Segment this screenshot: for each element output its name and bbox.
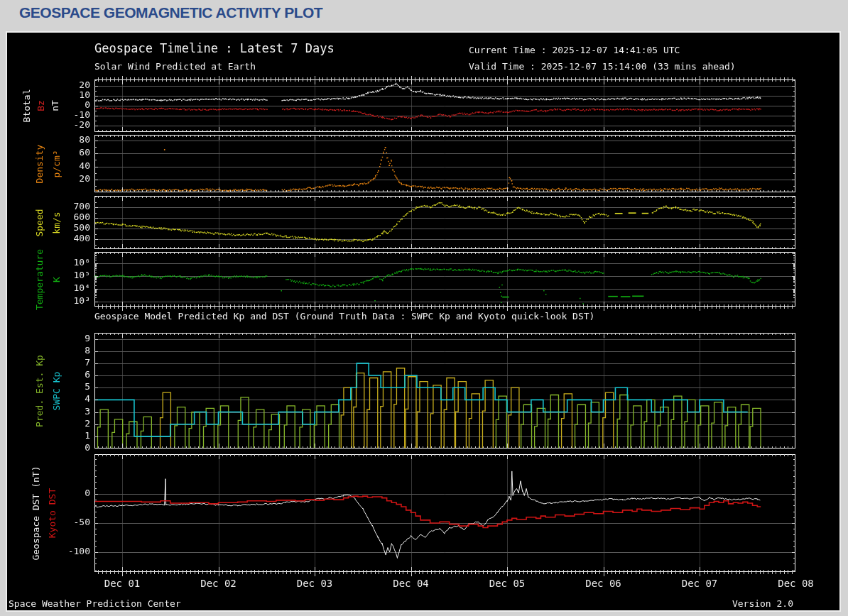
page: GEOSPACE GEOMAGNETIC ACTIVITY PLOT Geosp… <box>0 0 848 616</box>
y-tick-label: 10⁶ <box>46 257 90 268</box>
axis-label-speed: km/s <box>51 211 62 233</box>
plot-panel: Geospace Timeline : Latest 7 Days Curren… <box>6 31 841 612</box>
x-tick-label: Dec 07 <box>668 578 732 589</box>
x-tick-label: Dec 05 <box>475 578 539 589</box>
axis-label-dst: Geospace DST (nT) <box>31 466 41 560</box>
y-tick-label: 9 <box>46 333 90 343</box>
y-tick-label: 20 <box>46 79 90 90</box>
axis-label-speed: Speed <box>34 209 45 236</box>
section1-title: Solar Wind Predicted at Earth <box>94 61 256 72</box>
y-tick-label: 10⁴ <box>46 282 90 293</box>
axis-label-dst: Kyoto DST <box>47 488 58 538</box>
y-tick-label: 400 <box>46 233 90 243</box>
axis-label-temperature: Temperature <box>34 248 45 309</box>
y-tick-label: 7 <box>46 357 90 368</box>
axis-label-temperature: K <box>51 277 62 282</box>
y-tick-label: 1 <box>46 430 90 441</box>
valid-time: Valid Time : 2025-12-07 15:14:00 (33 min… <box>469 61 736 72</box>
y-tick-label: 700 <box>46 201 90 211</box>
x-tick-label: Dec 03 <box>283 578 347 589</box>
footer-version: Version 2.0 <box>732 598 793 609</box>
y-tick-label: -20 <box>46 119 90 130</box>
page-title: GEOSPACE GEOMAGNETIC ACTIVITY PLOT <box>19 4 322 21</box>
y-tick-label: 8 <box>46 345 90 356</box>
y-tick-label: 10 <box>46 89 90 100</box>
chart-canvas <box>7 33 839 610</box>
x-tick-label: Dec 02 <box>187 578 251 589</box>
x-tick-label: Dec 08 <box>764 578 828 589</box>
section2-title: Geospace Model Predicted Kp and DST (Gro… <box>94 311 594 321</box>
axis-label-kp: Pred. Est. Kp <box>34 355 45 427</box>
y-tick-label: -100 <box>46 546 90 556</box>
y-tick-label: 10³ <box>46 295 90 306</box>
y-tick-label: 0 <box>46 442 90 453</box>
x-tick-label: Dec 04 <box>379 578 443 589</box>
x-tick-label: Dec 01 <box>90 578 154 589</box>
axis-label-density: p/cm³ <box>51 150 62 177</box>
axis-label-imf: Bz <box>36 100 46 111</box>
plot-title: Geospace Timeline : Latest 7 Days <box>94 41 335 55</box>
current-time: Current Time : 2025-12-07 14:41:05 UTC <box>469 45 680 55</box>
y-tick-label: 80 <box>46 134 90 145</box>
footer-credit: Space Weather Prediction Center <box>9 598 181 609</box>
x-tick-label: Dec 06 <box>572 578 636 589</box>
axis-label-imf: Btotal <box>21 89 32 123</box>
axis-label-density: Density <box>34 144 45 183</box>
y-tick-label: 2 <box>46 418 90 429</box>
axis-label-imf: nT <box>50 100 60 111</box>
axis-label-kp: SWPC Kp <box>51 371 62 410</box>
